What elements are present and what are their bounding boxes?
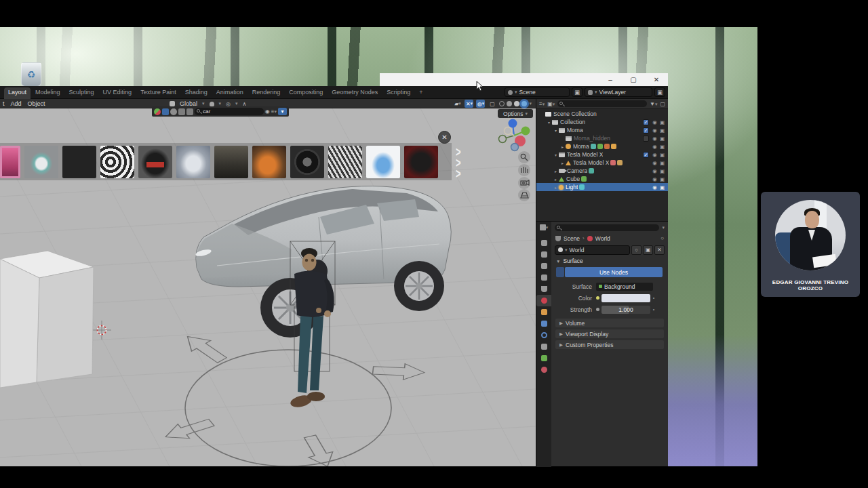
outliner-search-field[interactable] (557, 100, 647, 107)
section-viewport-display[interactable]: ▶Viewport Display (555, 329, 664, 338)
disclosure-icon[interactable]: ▸ (559, 144, 566, 149)
search-input[interactable] (203, 108, 251, 115)
eye-icon[interactable]: ◉ (651, 136, 658, 142)
properties-tab-constraints[interactable] (536, 341, 551, 352)
tab-compositing[interactable]: Compositing (285, 87, 327, 99)
menu-partial[interactable]: t (3, 100, 5, 107)
unlink-button[interactable]: ✕ (654, 245, 665, 255)
properties-tab-view-layer[interactable] (536, 272, 551, 283)
new-viewlayer-button[interactable]: ▣ (654, 87, 665, 97)
strength-slider[interactable]: 1.000 (601, 306, 650, 314)
tab-scripting[interactable]: Scripting (382, 87, 414, 99)
cube-object[interactable] (0, 251, 94, 388)
eye-icon[interactable]: ◉ (651, 144, 658, 150)
tab-layout[interactable]: Layout (4, 87, 31, 99)
outliner-row-light[interactable]: ▸Light◉▣ (536, 183, 668, 191)
eye-icon[interactable]: ◉ (651, 160, 658, 166)
eye-icon[interactable]: ◉ (651, 176, 658, 182)
new-scene-button[interactable]: ▣ (572, 87, 583, 97)
disclosure-icon[interactable]: ▾ (553, 128, 559, 133)
snap-magnet-icon[interactable] (210, 102, 214, 106)
properties-tab-physics[interactable] (536, 329, 551, 341)
menu-add[interactable]: Add (11, 100, 22, 107)
asset-thumbnail-silver-car[interactable] (176, 146, 210, 178)
camera-visibility-icon[interactable]: ▣ (658, 144, 666, 150)
camera-view-button[interactable] (518, 177, 530, 189)
camera-visibility-icon[interactable]: ▣ (658, 176, 666, 182)
axis-z-handle[interactable] (509, 119, 517, 128)
asset-thumbnail-car-battery[interactable] (138, 146, 172, 178)
properties-tab-world[interactable] (536, 295, 551, 306)
asset-thumbnail-car-tire[interactable] (290, 146, 324, 178)
camera-visibility-icon[interactable]: ▣ (658, 152, 666, 158)
surface-section-header[interactable]: ▼ Surface (551, 256, 668, 266)
outliner-row-scene-collection[interactable]: Scene Collection (536, 110, 668, 118)
disclosure-icon[interactable]: ▸ (553, 169, 559, 174)
animate-dot-icon[interactable]: • (650, 296, 657, 300)
asset-thumbnail-jeep-collage[interactable] (214, 146, 248, 178)
surface-shader-field[interactable]: Background (596, 283, 653, 291)
scenes-category-icon[interactable] (170, 108, 177, 115)
overlays-toggle-icon[interactable]: ✕▾ (465, 100, 473, 108)
materials-category-icon[interactable] (178, 108, 185, 115)
close-button[interactable]: ✕ (645, 73, 668, 86)
outliner-row-moma-hidden[interactable]: Moma_hidden◉▣ (536, 134, 668, 142)
asset-thumbnail-radiator-grille[interactable] (100, 146, 134, 178)
properties-tab-render[interactable] (536, 249, 551, 260)
properties-tab-object[interactable] (536, 306, 551, 318)
new-collection-icon[interactable]: ▢ (660, 101, 665, 107)
properties-tab-material[interactable] (536, 364, 551, 375)
disclosure-icon[interactable]: ▸ (559, 161, 566, 165)
properties-search-field[interactable] (555, 224, 659, 231)
display-mode-icon[interactable]: ▣▾ (547, 101, 555, 107)
solid-shading-icon[interactable] (507, 101, 512, 106)
editor-type-icon[interactable]: ▾ (536, 222, 551, 233)
section-volume[interactable]: ▶Volume (555, 319, 664, 327)
viewport-3d[interactable]: ✕ > > > (0, 108, 536, 466)
menu-object[interactable]: Object (28, 100, 45, 107)
maximize-button[interactable]: ▢ (622, 73, 645, 86)
properties-tab-data[interactable] (536, 352, 551, 364)
eye-icon[interactable]: ◉ (651, 127, 658, 134)
asset-thumbnail-hex-mesh-pattern[interactable] (328, 146, 362, 178)
camera-visibility-icon[interactable]: ▣ (658, 160, 666, 166)
properties-tab-scene[interactable] (536, 283, 551, 295)
editor-type-icon[interactable]: ≡▾ (539, 101, 545, 107)
fake-user-button[interactable]: ○ (631, 245, 642, 255)
tab-rendering[interactable]: Rendering (248, 87, 285, 99)
camera-visibility-icon[interactable]: ▣ (658, 184, 666, 190)
asset-strip-close-button[interactable]: ✕ (438, 131, 451, 144)
outliner-row-tesla-model-x[interactable]: ▸Tesla Model X◉▣ (536, 159, 668, 167)
outliner-row-cube[interactable]: ▸Cube◉▣ (536, 175, 668, 183)
camera-visibility-icon[interactable]: ▣ (658, 127, 666, 134)
tab-animation[interactable]: Animation (212, 87, 248, 99)
rendered-shading-icon[interactable] (521, 101, 527, 106)
tab-uv-editing[interactable]: UV Editing (99, 87, 136, 99)
use-nodes-button[interactable]: Use Nodes (565, 267, 663, 277)
tab-geometry-nodes[interactable]: Geometry Nodes (328, 87, 382, 99)
copy-datablock-button[interactable]: ▣ (643, 245, 653, 255)
camera-visibility-icon[interactable]: ▣ (658, 136, 666, 142)
outliner-row-moma[interactable]: ▾Moma✓◉▣ (536, 126, 668, 134)
asset-thumbnail-hover-car[interactable] (24, 146, 58, 178)
asset-thumbnail-pink-artwork[interactable] (0, 146, 20, 178)
world-datablock-field[interactable]: ▾ World (555, 245, 630, 255)
zoom-button[interactable] (518, 151, 530, 163)
camera-visibility-icon[interactable]: ▣ (658, 168, 666, 174)
disclosure-icon[interactable]: ▸ (553, 185, 559, 190)
breadcrumb-scene[interactable]: Scene (564, 235, 580, 242)
navigation-gizmo[interactable] (499, 119, 530, 151)
asset-thumbnail-orange-sports-car[interactable] (252, 146, 286, 178)
disclosure-icon[interactable]: ▾ (553, 152, 559, 157)
options-dropdown[interactable]: Options ▾ (498, 109, 533, 118)
properties-tab-output[interactable] (536, 260, 551, 272)
window-titlebar[interactable]: – ▢ ✕ (380, 73, 668, 86)
color-swatch[interactable] (601, 294, 650, 302)
models-category-icon[interactable] (162, 108, 169, 115)
gizmo-toggle-icon[interactable]: ▰▾ (453, 100, 462, 108)
tab-shading[interactable]: Shading (181, 87, 212, 99)
perspective-button[interactable] (518, 189, 530, 201)
tab-sculpting[interactable]: Sculpting (65, 87, 98, 99)
viewlayer-selector[interactable]: ▾ ViewLayer (585, 87, 652, 97)
checkbox[interactable]: ✓ (643, 152, 649, 158)
